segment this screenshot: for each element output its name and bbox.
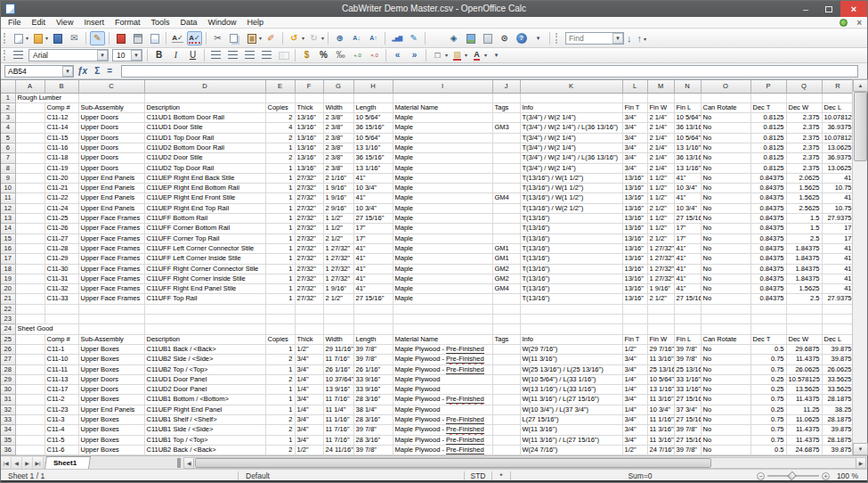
cell-B13[interactable]: C11-25 [45,214,78,224]
cell-N8[interactable]: 13 1/16" [674,163,701,173]
print-file-icon[interactable] [130,31,145,45]
cell-N12[interactable]: 10 3/4" [674,203,701,213]
cell-Q13[interactable]: 1.5 [786,214,822,224]
cell-A17[interactable] [15,254,45,264]
cell-M23[interactable] [647,315,674,324]
cell-R2[interactable]: Dec L [822,102,854,112]
sort-descending-icon[interactable]: A↑ [366,31,381,45]
cell-H8[interactable]: 13 1/16" [353,163,393,173]
cell-C35[interactable]: Upper Boxes [78,435,144,445]
align-center-icon[interactable] [225,48,240,62]
cell-R5[interactable]: 10.078125 [822,133,854,143]
background-color-icon[interactable]: ▨ [450,48,465,62]
row-header-23[interactable]: 23 [1,315,15,324]
cell-L14[interactable]: 13/16" [622,224,647,233]
cell-I1[interactable] [393,93,492,102]
cell-C33[interactable]: Upper Boxes [78,415,144,425]
cell-F6[interactable]: 13/16" [295,143,323,152]
cell-C16[interactable]: Upper Face Frames [78,243,144,253]
cell-R6[interactable]: 13.0625 [822,143,854,152]
cell-K21[interactable]: T(13/16") [520,294,622,304]
cell-L9[interactable]: 13/16" [622,173,647,183]
cell-M21[interactable]: 2 1/2" [647,294,674,304]
cell-A11[interactable] [15,193,45,203]
cell-A30[interactable] [15,385,45,395]
cell-D3[interactable]: C11UD1 Bottom Door Rail [144,113,265,123]
decrease-indent-icon[interactable]: « [390,48,405,62]
cell-I11[interactable]: Maple [393,193,492,203]
cell-P25[interactable]: Dec T [750,334,786,344]
cell-L36[interactable]: 1/2" [622,445,647,454]
cell-C21[interactable]: Upper Face Frames [78,294,144,304]
cell-F5[interactable]: 13/16" [295,133,323,143]
toolbar-grip[interactable] [4,33,8,44]
cell-A1[interactable]: Rough Lumber [15,93,78,102]
cell-K34[interactable]: W(11 3/16") [520,425,622,435]
cell-D12[interactable]: C11UEP Right End Top Rail [144,203,265,213]
cell-L22[interactable] [622,304,647,314]
cell-G17[interactable]: 1 27/32" [323,254,353,264]
cell-D27[interactable]: C11UB2 Side / <Side> [144,355,265,364]
cell-F24[interactable] [295,324,323,334]
cell-B6[interactable]: C11-16 [45,143,78,152]
cell-G34[interactable]: 11 7/16" [323,425,353,435]
cell-B2[interactable]: Comp # [45,102,78,112]
navigator-icon[interactable]: ◈ [446,31,461,45]
cell-R11[interactable]: 41 [822,193,854,203]
last-sheet-icon[interactable]: ▶| [33,457,44,469]
cell-D11[interactable]: C11UEP Right End Front Stile [144,193,265,203]
cell-P31[interactable]: 0.75 [750,395,786,405]
cell-E28[interactable]: 1 [265,364,295,374]
cell-B5[interactable]: C11-15 [45,133,78,143]
cell-H22[interactable] [353,304,393,314]
cell-H9[interactable]: 41" [353,173,393,183]
cell-D14[interactable]: C11UFF Corner Bottom Rail [144,224,265,233]
cell-I13[interactable]: Maple [393,214,492,224]
cell-P27[interactable]: 0.75 [750,355,786,364]
cell-H23[interactable] [353,315,393,324]
cell-F8[interactable]: 13/16" [295,163,323,173]
cell-H5[interactable]: 10 5/64" [353,133,393,143]
cell-O1[interactable] [701,93,750,102]
cell-K16[interactable]: T(13/16") [520,243,622,253]
cell-F17[interactable]: 27/32" [295,254,323,264]
cell-E11[interactable]: 1 [265,193,295,203]
close-document-icon[interactable]: × [856,19,862,27]
cell-N3[interactable]: 10 5/64" [674,113,701,123]
cell-D21[interactable]: C11UFF Top Rail [144,294,265,304]
cell-O8[interactable]: No [701,163,750,173]
chevron-down-icon[interactable]: ▼ [62,66,73,77]
cell-C5[interactable]: Upper Doors [78,133,144,143]
cell-G32[interactable]: 11 1/4" [323,405,353,414]
row-header-17[interactable]: 17 [1,254,15,264]
cell-A35[interactable] [15,435,45,445]
cell-J1[interactable] [492,93,520,102]
cell-O18[interactable]: No [701,264,750,274]
menu-format[interactable]: Format [110,17,146,29]
cell-R20[interactable]: 41 [822,284,854,294]
cell-N28[interactable]: 25 13/16" [674,364,701,374]
menu-file[interactable]: File [3,17,27,29]
cell-J34[interactable] [492,425,520,435]
row-header-28[interactable]: 28 [1,364,15,374]
cell-D25[interactable]: Description [144,334,265,344]
cell-J25[interactable]: Tags [492,334,520,344]
number-format-currency-icon[interactable]: $ [299,48,314,62]
cell-E25[interactable]: Copies [265,334,295,344]
cell-D33[interactable]: C11UB1 Shelf / <Shelf> [144,415,265,425]
cell-Q1[interactable] [786,93,822,102]
column-header-B[interactable]: B [45,80,78,93]
cell-B14[interactable]: C11-26 [45,224,78,233]
row-header-1[interactable]: 1 [1,93,15,102]
cell-E26[interactable]: 1 [265,344,295,354]
cell-A28[interactable] [15,364,45,374]
cell-R21[interactable]: 27.9375 [822,294,854,304]
cell-A10[interactable] [15,184,45,193]
cell-J2[interactable]: Tags [492,102,520,112]
cell-M20[interactable]: 1 9/16" [647,284,674,294]
toolbar-overflow-icon[interactable]: ▾ [489,48,504,62]
cell-D15[interactable]: C11UFF Corner Top Rail [144,233,265,243]
cell-B3[interactable]: C11-12 [45,113,78,123]
cell-L10[interactable]: 13/16" [622,184,647,193]
column-header-D[interactable]: D [144,80,265,93]
